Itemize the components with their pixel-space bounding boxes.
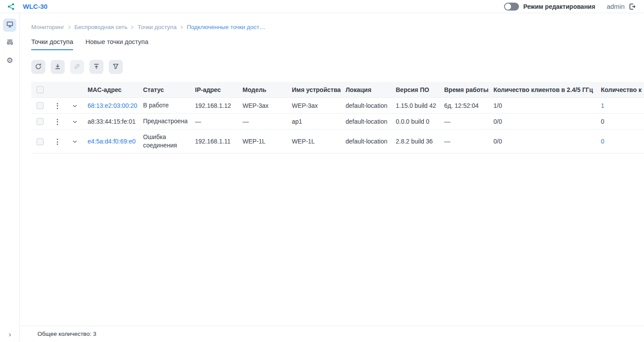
device-name-cell: WEP-1L [288,129,342,154]
version-cell: 1.15.0 build 42 [392,98,441,114]
col-version[interactable]: Версия ПО [392,82,441,98]
filter-button[interactable] [109,60,123,74]
breadcrumb-item-wireless[interactable]: Беспроводная сеть [74,24,128,30]
model-cell: WEP-1L [239,129,288,154]
clients-cell: 0/0 [490,114,597,129]
model-cell: WEP-3ax [239,98,288,114]
table-footer: Общее количество: 3 [20,326,644,342]
clients-total-link[interactable]: 1 [601,102,604,109]
row-menu-icon[interactable] [57,119,58,125]
mac-cell: a8:33:44:15:fe:01 [84,114,140,129]
top-bar-right: Режим редактирования admin [504,3,636,11]
ip-cell: 192.168.1.11 [191,129,239,154]
chevron-right-icon [131,25,134,29]
upload-icon [93,63,100,71]
table-row[interactable]: a8:33:44:15:fe:01 Преднастроена — — ap1 … [31,114,644,129]
table-row[interactable]: 68:13:e2:03:00:20 В работе 192.168.1.12 … [31,98,644,114]
select-all-checkbox[interactable] [37,86,44,93]
mac-link[interactable]: e4:5a:d4:f0:69:e0 [88,138,136,145]
col-device-name[interactable]: Имя устройства [288,82,342,98]
uptime-cell: — [441,114,490,129]
link-off-icon [74,63,81,71]
ip-cell: 192.168.1.12 [191,98,239,114]
version-cell: 2.8.2 build 36 [392,129,441,154]
device-name-cell: ap1 [288,114,342,129]
upload-button[interactable] [89,60,103,74]
toggle-knob [505,4,511,10]
toolbar [20,60,644,74]
breadcrumb-item-connected-aps: Подключенные точки дост… [187,24,265,30]
monitor-icon [6,21,14,29]
tabs: Точки доступа Новые точки доступа [20,38,644,50]
download-button[interactable] [51,60,65,74]
sidebar-expand-button[interactable]: › [0,330,20,339]
total-count: Общее количество: 3 [37,331,96,337]
row-checkbox[interactable] [37,138,44,145]
clients-total-link[interactable]: 0 [601,138,604,145]
edit-mode-label: Режим редактирования [523,3,595,10]
row-expand-icon[interactable] [72,120,77,124]
breadcrumb-item-monitoring[interactable]: Мониторинг [31,24,64,30]
chevron-right-icon [68,25,71,29]
top-bar: WLC-30 Режим редактирования admin [0,0,644,13]
download-icon [54,63,61,71]
tab-new-access-points[interactable]: Новые точки доступа [85,38,148,50]
refresh-icon [35,63,42,71]
model-cell: — [239,114,288,129]
refresh-button[interactable] [31,60,45,74]
tab-access-points[interactable]: Точки доступа [31,38,73,50]
row-checkbox[interactable] [37,102,44,109]
logout-icon[interactable] [628,3,636,11]
col-ip[interactable]: IP-адрес [191,82,239,98]
mac-link[interactable]: 68:13:e2:03:00:20 [88,102,137,109]
user-name: admin [607,3,625,10]
location-cell: default-location [342,129,392,154]
edit-mode-toggle[interactable] [504,3,519,11]
status-cell: В работе [140,98,191,114]
version-cell: 0.0.0 build 0 [392,114,441,129]
clients-cell: 1/0 [490,98,597,114]
uptime-cell: — [441,129,490,154]
row-menu-icon[interactable] [57,139,58,145]
gear-icon: ⚙ [6,57,13,64]
sidebar-item-settings[interactable] [3,36,16,49]
table-header-row: MAC-адрес Статус IP-адрес Модель Имя уст… [31,82,644,98]
location-cell: default-location [342,114,392,129]
table-row[interactable]: e4:5a:d4:f0:69:e0 Ошибка соединения 192.… [31,129,644,154]
status-cell: Ошибка соединения [140,129,191,154]
ip-cell: — [191,114,239,129]
col-clients-total[interactable]: Количество к [597,82,644,98]
table-area: MAC-адрес Статус IP-адрес Модель Имя уст… [20,82,644,326]
status-cell: Преднастроена [140,114,191,129]
col-mac[interactable]: MAC-адрес [84,82,140,98]
app-title: WLC-30 [23,3,48,10]
row-expand-icon[interactable] [72,140,77,143]
clients-total-cell: 0 [597,114,644,129]
sidebar-item-administration[interactable]: ⚙ [3,54,16,67]
col-uptime[interactable]: Время работы [441,82,490,98]
app-logo-icon[interactable] [7,3,15,11]
device-name-cell: WEP-3ax [288,98,342,114]
access-points-table: MAC-адрес Статус IP-адрес Модель Имя уст… [31,82,644,154]
location-cell: default-location [342,98,392,114]
clients-cell: 0/0 [490,129,597,154]
sidebar-item-monitoring[interactable] [3,18,16,32]
breadcrumb: Мониторинг Беспроводная сеть Точки досту… [20,13,644,30]
col-model[interactable]: Модель [239,82,288,98]
main-wrap: ⚙ › Мониторинг Беспроводная сеть Точки д… [0,13,644,342]
content: Мониторинг Беспроводная сеть Точки досту… [20,13,644,342]
col-clients[interactable]: Количество клиентов в 2.4/5 ГГц [490,82,597,98]
link-off-button[interactable] [70,60,84,74]
sliders-icon [6,38,14,47]
row-checkbox[interactable] [37,118,44,125]
uptime-cell: 6д. 12:52:04 [441,98,490,114]
filter-icon [112,63,119,71]
row-expand-icon[interactable] [72,104,77,108]
col-location[interactable]: Локация [342,82,392,98]
row-menu-icon[interactable] [57,103,58,109]
chevron-right-icon [180,25,183,29]
breadcrumb-item-access-points[interactable]: Точки доступа [137,24,177,30]
sidebar: ⚙ › [0,13,20,342]
col-status[interactable]: Статус [140,82,191,98]
